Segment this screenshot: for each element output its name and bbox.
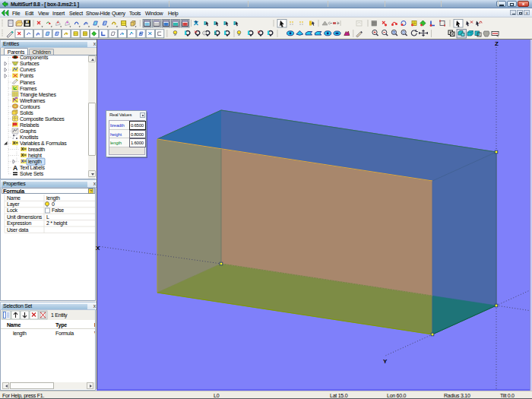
svg-text:Unit dimensions: Unit dimensions bbox=[7, 214, 43, 220]
svg-text:Layer: Layer bbox=[7, 201, 20, 207]
svg-text:Variables & Formulas: Variables & Formulas bbox=[20, 141, 67, 146]
svg-text:Solve Sets: Solve Sets bbox=[20, 171, 44, 176]
svg-text:Surfaces: Surfaces bbox=[20, 61, 40, 66]
svg-text:2 * height: 2 * height bbox=[46, 220, 67, 226]
svg-text:X=: X= bbox=[21, 159, 27, 163]
svg-text:Points: Points bbox=[20, 73, 34, 78]
svg-text:False: False bbox=[52, 207, 64, 213]
svg-text:length: length bbox=[28, 159, 42, 165]
svg-text:Knotlists: Knotlists bbox=[20, 135, 39, 140]
svg-text:Wireframes: Wireframes bbox=[20, 98, 46, 103]
svg-text:length: length bbox=[46, 195, 60, 201]
svg-text:Components: Components bbox=[20, 55, 49, 61]
svg-text:1 Entity: 1 Entity bbox=[51, 312, 68, 318]
svg-text:Z: Z bbox=[495, 40, 499, 47]
svg-text:Y: Y bbox=[383, 358, 388, 365]
svg-text:User data: User data bbox=[7, 227, 28, 233]
svg-text:Relabels: Relabels bbox=[20, 122, 40, 128]
svg-text:Graphs: Graphs bbox=[20, 128, 36, 135]
svg-text:X=: X= bbox=[21, 153, 27, 157]
svg-text:X=: X= bbox=[13, 141, 19, 145]
svg-text:Lock: Lock bbox=[7, 207, 18, 213]
svg-text:Contours: Contours bbox=[20, 104, 40, 109]
svg-text:X=: X= bbox=[21, 147, 27, 151]
svg-text:L: L bbox=[46, 214, 49, 220]
svg-text:Frames: Frames bbox=[20, 86, 37, 91]
svg-text:Triangle Meshes: Triangle Meshes bbox=[20, 92, 56, 98]
svg-text:Solids: Solids bbox=[20, 110, 33, 116]
svg-text:breadth: breadth bbox=[28, 147, 45, 152]
svg-text:Planes: Planes bbox=[20, 80, 36, 85]
svg-text:Expression: Expression bbox=[7, 220, 31, 226]
svg-text:0: 0 bbox=[52, 201, 55, 207]
svg-text:Composite Surfaces: Composite Surfaces bbox=[20, 116, 65, 122]
svg-text:Name: Name bbox=[7, 195, 21, 201]
svg-text:Text Labels: Text Labels bbox=[20, 165, 45, 170]
svg-text:Curves: Curves bbox=[20, 67, 36, 72]
svg-text:A: A bbox=[13, 164, 17, 172]
